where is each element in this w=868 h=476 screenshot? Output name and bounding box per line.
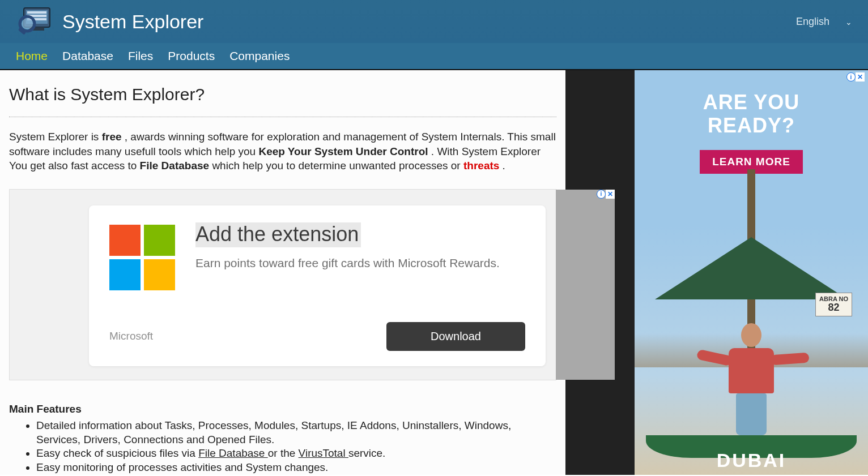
svg-rect-2 [27,11,46,14]
ad-headline-line: ARE YOU [635,91,868,114]
main-content: What is System Explorer? System Explorer… [0,70,565,475]
ms-ad-bottom: Microsoft Download [109,322,525,351]
ad-illustration: ABRA NO 82 DUBAI [635,226,868,475]
ad-overflow-bg [556,190,615,380]
sidebar-ad[interactable]: i ✕ ARE YOU READY? LEARN MORE ABRA NO 82 [635,70,868,475]
feature-text: or the [268,447,299,459]
ad-badges: i ✕ [597,190,615,199]
intro-keep: Keep Your System Under Control [258,145,428,157]
language-label: English [796,16,829,28]
intro-filedb: File Database [140,160,210,171]
ms-ad-brand: Microsoft [109,330,153,342]
intro-free: free [102,131,122,143]
features-list: Detailed information about Tasks, Proces… [9,419,556,475]
sign-number: 82 [819,302,848,314]
language-selector[interactable]: English ⌄ [796,16,852,28]
intro-paragraph: System Explorer is free , awards winning… [9,130,556,173]
page-body: What is System Explorer? System Explorer… [0,70,868,475]
virustotal-link[interactable]: VirusTotal [299,447,348,459]
intro-text: . [499,160,505,171]
intro-text: System Explorer is [9,131,102,143]
microsoft-logo-icon [109,225,175,290]
ms-ad-headline: Add the extension [195,222,361,247]
ad-brand-logo: DUBAI [635,449,868,471]
chevron-down-icon: ⌄ [845,17,852,26]
site-title[interactable]: System Explorer [62,11,203,33]
divider [9,117,556,117]
ad-sign: ABRA NO 82 [815,293,852,316]
feature-text: Easy check of suspicious files via [36,447,198,459]
ms-ad-text: Add the extension Earn points toward fre… [195,222,525,270]
ad-headline-line: READY? [635,114,868,137]
ms-ad-subline: Earn points toward free gift cards with … [195,256,525,270]
svg-point-7 [22,18,33,29]
app-logo-icon [16,6,52,37]
nav-products[interactable]: Products [168,49,215,63]
ad-badges: i ✕ [846,72,865,82]
ad-headline: ARE YOU READY? [635,70,868,138]
site-header: System Explorer English ⌄ [0,0,868,43]
feature-item: Detailed information about Tasks, Proces… [36,419,556,447]
logo-wrap: System Explorer [16,6,203,37]
nav-files[interactable]: Files [128,49,153,63]
ms-ad-top: Add the extension Earn points toward fre… [109,222,525,290]
ms-ad-card[interactable]: Add the extension Earn points toward fre… [89,205,546,366]
page-title: What is System Explorer? [9,85,556,104]
file-database-link[interactable]: File Database [198,447,268,459]
nav-database[interactable]: Database [62,49,113,63]
main-nav: Home Database Files Products Companies [0,43,868,70]
ms-download-button[interactable]: Download [386,322,525,351]
ad-info-icon[interactable]: i [846,72,856,82]
nav-companies[interactable]: Companies [229,49,290,63]
ad-close-icon[interactable]: ✕ [606,190,615,199]
inline-ad-container: i ✕ Add the extension Earn points toward… [9,189,556,380]
features-heading: Main Features [9,403,556,415]
ad-info-icon[interactable]: i [597,190,606,199]
intro-text: which help you to determine unwanted pro… [209,160,463,171]
feature-text: service. [348,447,385,459]
ad-close-icon[interactable]: ✕ [856,72,865,82]
nav-home[interactable]: Home [16,49,48,63]
intro-threats-link[interactable]: threats [463,160,499,171]
feature-item: Easy check of suspicious files via File … [36,447,556,461]
feature-item: Easy monitoring of processes activities … [36,461,556,475]
